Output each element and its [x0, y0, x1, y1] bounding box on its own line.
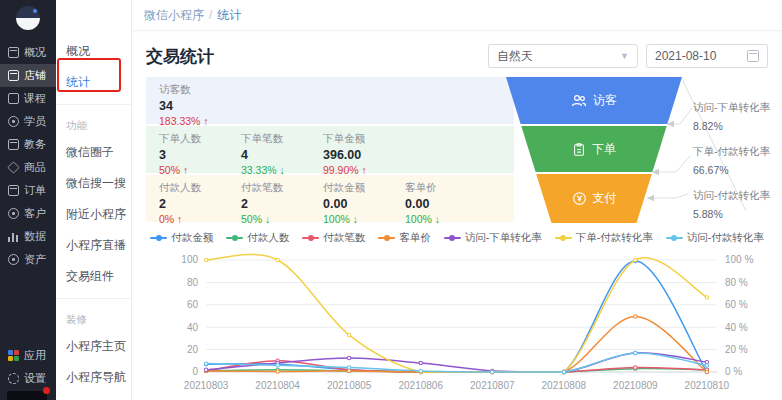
- svg-text:0 %: 0 %: [725, 367, 742, 378]
- submenu-section-header: 功能: [56, 111, 131, 137]
- legend-marker-icon: [302, 235, 319, 242]
- stats-row: 付款人数20% ↑付款笔数250% ↓付款金额0.00100% ↓客单价0.00…: [146, 175, 514, 222]
- sidebar-item-应用[interactable]: 应用: [0, 344, 56, 367]
- stat-value: 34: [159, 99, 241, 113]
- app-logo[interactable]: [0, 3, 56, 33]
- stat-value: 0.00: [405, 197, 487, 211]
- svg-text:60 %: 60 %: [725, 299, 748, 310]
- submenu-item-概况[interactable]: 概况: [56, 36, 131, 67]
- sidebar-item-商品[interactable]: 商品: [0, 156, 56, 179]
- student-icon: [8, 116, 19, 127]
- sidebar-item-教务[interactable]: 教务: [0, 133, 56, 156]
- sidebar-item-客户[interactable]: 客户: [0, 202, 56, 225]
- granularity-select[interactable]: 自然天 ▼: [488, 44, 638, 68]
- submenu-item-微信圈子[interactable]: 微信圈子: [56, 137, 131, 168]
- page-title: 交易统计: [146, 45, 214, 68]
- breadcrumb-root-link[interactable]: 微信小程序: [144, 7, 204, 24]
- sidebar-item-label: 课程: [24, 91, 46, 106]
- goods-icon: [7, 161, 19, 173]
- submenu-item-微信搜一搜[interactable]: 微信搜一搜: [56, 168, 131, 199]
- stat-card-下单笔数: 下单笔数433.33% ↓: [241, 132, 323, 173]
- legend-item-下单-付款转化率[interactable]: 下单-付款转化率: [555, 231, 653, 245]
- granularity-select-value: 自然天: [497, 48, 533, 65]
- legend-item-访问-付款转化率[interactable]: 访问-付款转化率: [666, 231, 764, 245]
- svg-text:40 %: 40 %: [725, 322, 748, 333]
- legend-marker-icon: [666, 235, 683, 242]
- line-chart-canvas: 00 %2020 %4040 %6060 %8080 %100100 %2021…: [146, 250, 768, 400]
- stat-label: 访客数: [159, 83, 241, 97]
- customer-icon: [8, 208, 19, 219]
- content-area: 微信小程序 / 统计 交易统计 自然天 ▼ 2021-08-10: [132, 0, 782, 400]
- notification-indicator[interactable]: [7, 391, 47, 400]
- submenu-item-小程序导航[interactable]: 小程序导航: [56, 362, 131, 393]
- conversion-visit-order: 访问-下单转化率 8.82%: [693, 101, 770, 132]
- stat-label: 付款金额: [323, 181, 405, 195]
- stats-cards: 访客数34183.33% ↑下单人数350% ↑下单笔数433.33% ↓下单金…: [146, 77, 514, 222]
- stat-label: 下单人数: [159, 132, 241, 146]
- stat-card-访客数: 访客数34183.33% ↑: [159, 83, 241, 124]
- sidebar-item-店铺[interactable]: 店铺: [0, 64, 56, 87]
- submenu-item-统计[interactable]: 统计: [56, 67, 131, 98]
- primary-sidebar: 概况店铺课程学员教务商品订单客户数据资产 应用设置: [0, 0, 56, 400]
- svg-text:20210807: 20210807: [470, 380, 515, 391]
- stat-delta: 0% ↑: [159, 213, 241, 225]
- stat-card-付款金额: 付款金额0.00100% ↓: [323, 181, 405, 222]
- stat-value: 0.00: [323, 197, 405, 211]
- main-panel: 交易统计 自然天 ▼ 2021-08-10 访客数34183.33% ↑下单人数…: [132, 31, 782, 400]
- svg-text:60: 60: [187, 299, 199, 310]
- stats-row: 下单人数350% ↑下单笔数433.33% ↓下单金额396.0099.90% …: [146, 126, 514, 173]
- sidebar-item-概况[interactable]: 概况: [0, 41, 56, 64]
- legend-item-付款笔数[interactable]: 付款笔数: [302, 231, 365, 245]
- logo-icon: [16, 6, 40, 30]
- filter-controls: 自然天 ▼ 2021-08-10: [488, 44, 768, 68]
- primary-nav: 概况店铺课程学员教务商品订单客户数据资产: [0, 41, 56, 271]
- stats-row: 访客数34183.33% ↑: [146, 77, 514, 124]
- stat-card-客单价: 客单价0.00100% ↓: [405, 181, 487, 222]
- sidebar-item-label: 概况: [24, 45, 46, 60]
- legend-item-访问-下单转化率[interactable]: 访问-下单转化率: [444, 231, 542, 245]
- stat-delta: 50% ↓: [241, 213, 323, 225]
- svg-text:20 %: 20 %: [725, 344, 748, 355]
- svg-text:20: 20: [187, 344, 199, 355]
- stat-value: 396.00: [323, 148, 405, 162]
- page-header: 交易统计 自然天 ▼ 2021-08-10: [146, 43, 768, 69]
- secondary-sidebar: 概况统计功能微信圈子微信搜一搜附近小程序小程序直播交易组件装修小程序主页小程序导…: [56, 0, 132, 400]
- sidebar-item-订单[interactable]: 订单: [0, 179, 56, 202]
- sidebar-item-label: 应用: [24, 348, 46, 363]
- submenu-group: 概况统计: [56, 34, 131, 105]
- stat-card-下单金额: 下单金额396.0099.90% ↑: [323, 132, 405, 173]
- submenu-group: 功能微信圈子微信搜一搜附近小程序小程序直播交易组件: [56, 109, 131, 299]
- svg-text:20210804: 20210804: [255, 380, 300, 391]
- stat-value: 4: [241, 148, 323, 162]
- legend-item-付款人数[interactable]: 付款人数: [226, 231, 289, 245]
- date-picker[interactable]: 2021-08-10: [646, 44, 768, 68]
- conversion-order-pay: 下单-付款转化率 66.67%: [693, 145, 770, 176]
- funnel-shape: [506, 77, 682, 223]
- legend-label: 访问-付款转化率: [687, 231, 764, 245]
- sidebar-item-label: 设置: [24, 371, 46, 386]
- sidebar-item-资产[interactable]: 资产: [0, 248, 56, 271]
- overview-icon: [8, 47, 19, 58]
- submenu-item-附近小程序[interactable]: 附近小程序: [56, 199, 131, 230]
- legend-item-客单价[interactable]: 客单价: [378, 231, 431, 245]
- sidebar-item-课程[interactable]: 课程: [0, 87, 56, 110]
- sidebar-item-数据[interactable]: 数据: [0, 225, 56, 248]
- shop-icon: [8, 70, 19, 81]
- conversion-funnel: 访客 下单 支付: [506, 77, 682, 223]
- legend-label: 付款人数: [247, 231, 289, 245]
- svg-text:20210803: 20210803: [184, 380, 229, 391]
- calendar-icon: [747, 50, 759, 62]
- submenu-item-小程序直播[interactable]: 小程序直播: [56, 230, 131, 261]
- trend-chart: 00 %2020 %4040 %6060 %8080 %100100 %2021…: [146, 250, 768, 400]
- sidebar-item-label: 数据: [24, 229, 46, 244]
- conversion-label: 下单-付款转化率: [693, 145, 770, 159]
- date-picker-value: 2021-08-10: [655, 49, 716, 63]
- submenu-item-个人中心[interactable]: 个人中心: [56, 393, 131, 400]
- sidebar-item-学员[interactable]: 学员: [0, 110, 56, 133]
- data-icon: [8, 231, 19, 242]
- conversion-value: 8.82%: [693, 120, 770, 132]
- submenu-item-交易组件[interactable]: 交易组件: [56, 261, 131, 292]
- submenu-item-小程序主页[interactable]: 小程序主页: [56, 331, 131, 362]
- legend-item-付款金额[interactable]: 付款金额: [150, 231, 213, 245]
- stats-funnel-section: 访客数34183.33% ↑下单人数350% ↑下单笔数433.33% ↓下单金…: [146, 77, 768, 223]
